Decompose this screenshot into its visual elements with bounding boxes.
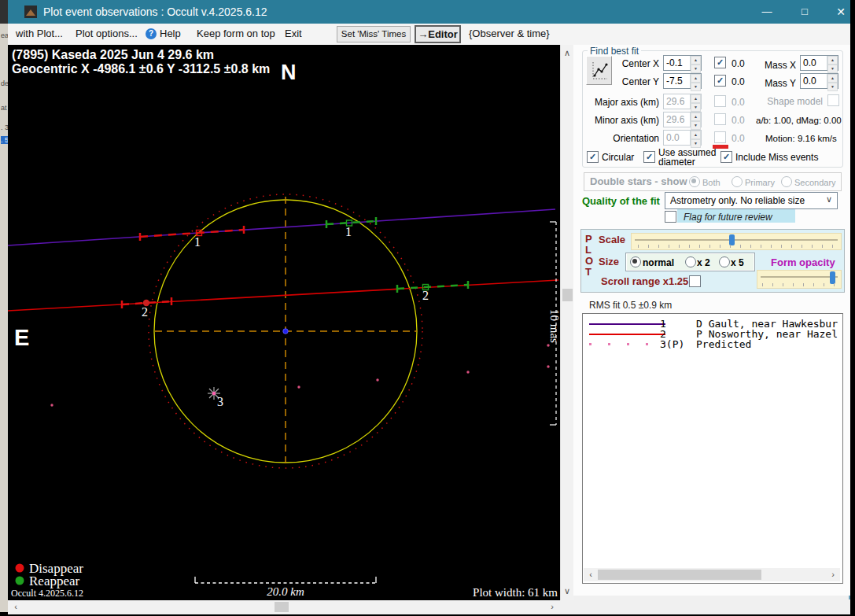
close-button[interactable]: ✕: [824, 0, 855, 24]
minimize-button[interactable]: —: [748, 0, 786, 24]
form-opacity-thumb[interactable]: [830, 271, 835, 284]
spin-down-icon[interactable]: ▼: [691, 83, 701, 91]
v-scroll-thumb[interactable]: [562, 289, 573, 301]
sliver-selected-row: . 5: [1, 136, 8, 144]
double-stars-both-label: Both: [702, 178, 720, 187]
center-x-value[interactable]: -0.1: [664, 56, 690, 70]
mass-x-label: Mass X: [747, 60, 796, 71]
major-axis-fix-checkbox: [714, 95, 726, 107]
use-assumed-label-2: diameter: [658, 157, 695, 168]
background-window-titlebar: [0, 0, 8, 24]
observer-list-scrollbar[interactable]: ‹ ›: [584, 568, 840, 581]
spin-down-icon: ▼: [691, 121, 701, 130]
quality-combobox[interactable]: Astrometry only. No reliable size ∨: [665, 192, 838, 209]
double-stars-label: Double stars - show: [590, 175, 687, 187]
sliver-text: ea: [1, 31, 8, 39]
center-y-fix-checkbox[interactable]: ✓: [714, 75, 726, 87]
mass-y-value[interactable]: 0.0: [801, 74, 827, 88]
occultation-plot[interactable]: (7895) Kaseda 2025 Jun 4 29.6 km Geocent…: [8, 45, 560, 600]
chord1-reappear-label: 1: [345, 225, 352, 238]
mass-x-spinner[interactable]: 0.0 ▲▼: [800, 55, 838, 71]
quality-label: Quality of the fit: [582, 195, 660, 207]
chord-1[interactable]: 1 1: [8, 209, 555, 249]
scroll-right-icon[interactable]: ›: [827, 569, 838, 580]
spin-up-icon[interactable]: ▲: [691, 74, 701, 83]
menu-plot-options[interactable]: Plot options...: [76, 24, 138, 44]
titlebar[interactable]: Plot event observations : Occult v.4.202…: [8, 0, 850, 24]
plot-vertical-scrollbar[interactable]: ∧ ∨: [560, 45, 574, 600]
h-scroll-thumb[interactable]: [275, 602, 289, 612]
center-y-uncertainty: 0.0: [732, 76, 745, 87]
major-axis-spinner: 29.6 ▲▼: [663, 94, 702, 109]
spin-up-icon[interactable]: ▲: [827, 74, 838, 83]
double-stars-primary-label: Primary: [745, 178, 775, 187]
menu-keep-form-on-top[interactable]: Keep form on top: [197, 24, 275, 44]
mass-y-label: Mass Y: [747, 78, 796, 89]
size-x5-radio[interactable]: [719, 256, 730, 267]
spin-up-icon: ▲: [691, 94, 701, 103]
scroll-range-checkbox[interactable]: [689, 275, 701, 287]
list-scroll-thumb[interactable]: [598, 570, 761, 580]
reappear-legend-dot: [16, 577, 24, 585]
observer-num: 3(P): [660, 338, 684, 350]
spin-up-icon: ▲: [691, 113, 701, 121]
shape-model-label: Shape model: [739, 96, 823, 107]
plot-letter-t: T: [585, 266, 591, 278]
include-miss-events-label: Include Miss events: [735, 152, 818, 163]
editor-button[interactable]: →Editor: [415, 25, 461, 43]
include-miss-events-checkbox[interactable]: ✓: [720, 151, 732, 163]
mass-x-value[interactable]: 0.0: [801, 56, 827, 70]
scroll-up-icon[interactable]: ∧: [562, 47, 573, 58]
menu-with-plot[interactable]: with Plot...: [16, 24, 63, 44]
flag-review-checkbox[interactable]: [665, 211, 676, 223]
mass-y-spinner[interactable]: 0.0 ▲▼: [800, 73, 838, 89]
center-y-spinner[interactable]: -7.5 ▲▼: [663, 73, 702, 89]
sliver-text: de: [1, 79, 8, 87]
center-y-value[interactable]: -7.5: [664, 74, 690, 88]
scroll-left-icon[interactable]: ‹: [10, 601, 21, 612]
use-assumed-diameter-checkbox[interactable]: ✓: [643, 151, 655, 163]
observer-list[interactable]: 1 D Gault, near Hawkesbur 2 P Nosworthy,…: [582, 313, 843, 584]
scale-slider[interactable]: [631, 233, 842, 250]
chord-3-predicted[interactable]: 3: [50, 344, 549, 408]
size-x2-radio[interactable]: [685, 256, 696, 267]
observer-name: Predicted: [696, 338, 751, 350]
chord3-label: 3: [217, 395, 223, 408]
maximize-button[interactable]: □: [786, 0, 824, 24]
orientation-fix-checkbox: [714, 131, 726, 143]
menu-exit[interactable]: Exit: [285, 24, 302, 44]
center-x-fix-checkbox[interactable]: ✓: [714, 57, 726, 68]
circular-checkbox[interactable]: ✓: [587, 151, 599, 163]
set-miss-times-button[interactable]: Set 'Miss' Times: [337, 26, 411, 42]
form-opacity-slider[interactable]: [757, 270, 842, 289]
minor-axis-uncertainty: 0.0: [732, 115, 745, 126]
reappear-legend-label: Reappear: [29, 574, 80, 588]
spin-up-icon[interactable]: ▲: [691, 56, 701, 65]
scroll-left-icon[interactable]: ‹: [585, 569, 596, 580]
chevron-down-icon[interactable]: ∨: [826, 194, 832, 205]
spin-down-icon[interactable]: ▼: [827, 65, 838, 73]
spin-down-icon[interactable]: ▼: [691, 65, 701, 73]
help-icon[interactable]: ?: [146, 28, 157, 39]
size-normal-radio[interactable]: [630, 256, 641, 267]
ab-dmag-label: a/b: 1.00, dMag: 0.00: [756, 116, 842, 125]
major-axis-value: 29.6: [664, 94, 690, 109]
center-x-spinner[interactable]: -0.1 ▲▼: [663, 55, 702, 71]
scroll-range-label: Scroll range x1.25: [601, 275, 688, 287]
scroll-down-icon[interactable]: ∨: [562, 585, 573, 596]
size-normal-label: normal: [643, 257, 674, 268]
chord1-line-swatch: [589, 323, 665, 325]
scale-slider-thumb[interactable]: [729, 234, 735, 245]
spin-down-icon: ▼: [691, 103, 701, 112]
menu-help[interactable]: Help: [160, 24, 181, 44]
plot-letter-o: O: [585, 255, 593, 267]
spin-down-icon[interactable]: ▼: [827, 83, 838, 91]
circular-label: Circular: [602, 152, 634, 163]
shape-model-checkbox: [827, 94, 839, 106]
double-stars-secondary-label: Secondary: [794, 178, 836, 187]
spin-up-icon[interactable]: ▲: [827, 56, 838, 65]
double-stars-both-radio: [689, 176, 700, 187]
plot-horizontal-scrollbar[interactable]: ‹ ›: [8, 600, 560, 614]
scroll-right-icon[interactable]: ›: [547, 601, 558, 612]
chord-2[interactable]: 2 2: [8, 280, 558, 319]
